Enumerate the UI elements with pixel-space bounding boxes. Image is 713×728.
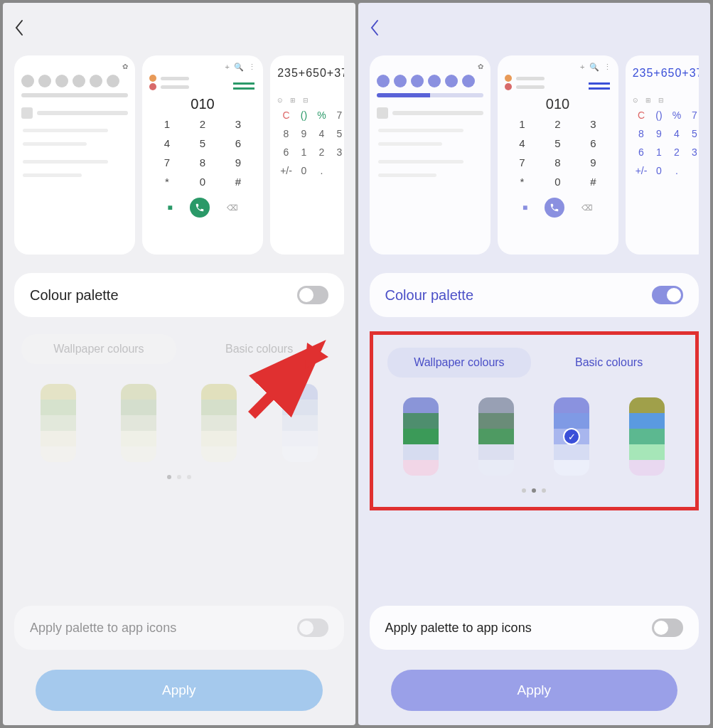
call-button-icon (190, 198, 210, 218)
apply-button[interactable]: Apply (391, 670, 678, 711)
backspace-icon: ⌫ (581, 203, 593, 213)
screenshot-pane-right: ✿ +🔍⋮ 010 123456789*0# ■ ⌫ (358, 3, 711, 725)
brightness-slider (377, 93, 483, 97)
colour-palette-label: Colour palette (30, 287, 119, 304)
apply-button[interactable]: Apply (36, 670, 323, 711)
palette-swatch[interactable] (478, 397, 514, 476)
palette-swatch[interactable] (41, 384, 76, 462)
palette-source-tabs: Wallpaper colours Basic colours (18, 331, 340, 367)
tab-wallpaper-colours[interactable]: Wallpaper colours (387, 348, 532, 378)
screenshot-pane-left: ✿ +🔍⋮ 010 123456789*0# ■ ⌫ (3, 3, 355, 725)
palette-options-section: Wallpaper colours Basic colours (14, 331, 344, 479)
video-call-icon: ■ (167, 203, 172, 213)
call-button-icon (545, 198, 564, 218)
qs-icon (21, 75, 34, 87)
dialer-keypad: 123456789*0# (505, 118, 611, 188)
dialer-display: 010 (505, 96, 611, 112)
preview-dialer: +🔍⋮ 010 123456789*0# ■ ⌫ (498, 55, 618, 255)
calc-expression: 235+650+37 (277, 63, 344, 84)
preview-quick-panel: ✿ (14, 55, 135, 255)
palette-swatches: ✓ (380, 397, 689, 476)
palette-swatches (14, 384, 344, 462)
apply-icons-card: Apply palette to app icons (14, 606, 344, 650)
colour-palette-toggle[interactable] (297, 286, 328, 304)
apply-icons-label: Apply palette to app icons (385, 621, 532, 636)
colour-palette-toggle-card: Colour palette (370, 273, 699, 317)
brightness-slider (21, 93, 128, 97)
preview-calculator: 235+650+37 ⊙⊞⊟ C()% 789 456 123 +/-0. (626, 55, 699, 255)
apply-icons-toggle[interactable] (652, 619, 683, 637)
colour-palette-toggle[interactable] (652, 286, 683, 304)
preview-calculator: 235+650+37 ⊙⊞⊟ C()% 789 456 123 +/-0. (270, 55, 344, 255)
palette-source-tabs: Wallpaper colours Basic colours (385, 345, 685, 380)
palette-swatch[interactable] (629, 397, 665, 476)
preview-dialer: +🔍⋮ 010 123456789*0# ■ ⌫ (142, 55, 263, 255)
annotation-highlight-box: Wallpaper colours Basic colours ✓ (370, 331, 699, 510)
preview-quick-panel: ✿ (370, 55, 490, 255)
apply-icons-toggle[interactable] (297, 619, 328, 637)
apply-icons-label: Apply palette to app icons (30, 621, 176, 636)
gear-icon: ✿ (122, 63, 128, 70)
tab-wallpaper-colours[interactable]: Wallpaper colours (21, 334, 176, 364)
annotation-arrow (237, 337, 330, 425)
tab-basic-colours[interactable]: Basic colours (182, 334, 337, 364)
apply-icons-card: Apply palette to app icons (370, 606, 699, 650)
calc-expression: 235+650+37 (633, 63, 699, 84)
check-icon: ✓ (563, 428, 580, 445)
colour-palette-label: Colour palette (385, 287, 474, 304)
back-button[interactable] (14, 17, 36, 38)
pager-dots (380, 488, 689, 493)
palette-swatch[interactable] (201, 384, 237, 462)
back-button[interactable] (370, 17, 391, 38)
video-call-icon: ■ (522, 203, 527, 213)
palette-swatch[interactable] (403, 397, 439, 476)
theme-preview-carousel[interactable]: ✿ +🔍⋮ 010 123456789*0# ■ ⌫ (14, 55, 344, 255)
dialer-keypad: 123456789*0# (149, 118, 256, 188)
tab-basic-colours[interactable]: Basic colours (537, 348, 681, 378)
colour-palette-toggle-card: Colour palette (14, 273, 344, 317)
dialer-display: 010 (149, 96, 256, 112)
palette-swatch[interactable] (282, 384, 318, 462)
svg-marker-1 (305, 343, 328, 369)
svg-line-0 (252, 354, 312, 415)
pager-dots (14, 475, 344, 479)
palette-swatch[interactable] (121, 384, 156, 462)
backspace-icon: ⌫ (227, 203, 238, 213)
palette-swatch[interactable]: ✓ (554, 397, 589, 476)
gear-icon: ✿ (478, 63, 483, 70)
theme-preview-carousel[interactable]: ✿ +🔍⋮ 010 123456789*0# ■ ⌫ (370, 55, 699, 255)
